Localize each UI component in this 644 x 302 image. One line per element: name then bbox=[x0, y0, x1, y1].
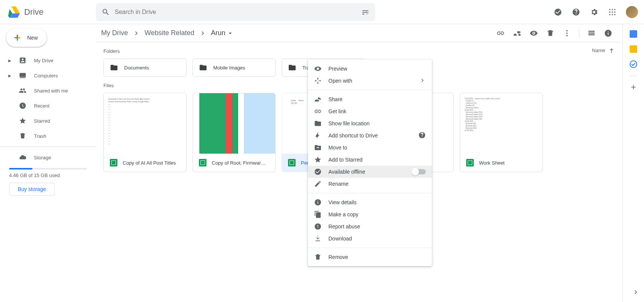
chevron-right-icon bbox=[419, 77, 426, 85]
ctx-available-offline[interactable]: Available offline bbox=[308, 166, 432, 178]
help-icon[interactable] bbox=[418, 131, 426, 140]
cloud-icon bbox=[19, 154, 26, 161]
support-icon[interactable] bbox=[569, 5, 584, 20]
file-card[interactable]: 22.06.2021 screens from mobile only Luna… bbox=[460, 93, 543, 172]
move-icon bbox=[314, 144, 322, 151]
ctx-preview[interactable]: Preview bbox=[308, 63, 432, 75]
sheets-icon bbox=[199, 159, 206, 166]
dropdown-icon bbox=[227, 30, 234, 37]
eye-icon bbox=[314, 65, 322, 72]
trash-icon bbox=[19, 132, 26, 140]
view-list-icon[interactable] bbox=[584, 26, 599, 41]
nav-label: Trash bbox=[34, 133, 46, 139]
breadcrumb-current[interactable]: Arun bbox=[209, 28, 236, 39]
new-button[interactable]: New bbox=[6, 29, 47, 47]
side-panel-separator bbox=[630, 76, 637, 76]
file-name: Copy of AI All Post Titles bbox=[123, 160, 176, 166]
buy-storage-button[interactable]: Buy storage bbox=[9, 183, 55, 196]
chevron-right-icon bbox=[199, 29, 206, 37]
ctx-move-to[interactable]: Move to bbox=[308, 142, 432, 154]
ctx-remove[interactable]: Remove bbox=[308, 251, 432, 263]
ctx-rename[interactable]: Rename bbox=[308, 178, 432, 190]
nav-computers[interactable]: ▶Computers bbox=[0, 68, 96, 83]
context-menu: Preview Open with Share Get link Show fi… bbox=[308, 60, 432, 266]
sort-control[interactable]: Name bbox=[592, 47, 622, 54]
offline-icon bbox=[314, 168, 322, 176]
view-details-icon[interactable] bbox=[601, 26, 616, 41]
nav-label: Recent bbox=[34, 103, 49, 109]
offline-toggle[interactable] bbox=[412, 169, 426, 174]
search-input[interactable] bbox=[115, 9, 361, 15]
logo-area[interactable]: Drive bbox=[6, 5, 96, 20]
nav-label: Starred bbox=[34, 118, 50, 124]
file-card[interactable]: Copy of Root, Firmwar… bbox=[193, 93, 276, 172]
ctx-download[interactable]: Download bbox=[308, 233, 432, 245]
new-button-label: New bbox=[27, 35, 38, 41]
ctx-view-details[interactable]: View details bbox=[308, 196, 432, 208]
delete-icon[interactable] bbox=[543, 26, 558, 41]
ctx-share[interactable]: Share bbox=[308, 93, 432, 105]
download-icon bbox=[314, 235, 322, 242]
app-header: Drive bbox=[0, 0, 644, 24]
breadcrumb: My Drive Website Related Arun bbox=[99, 28, 236, 39]
folder-icon bbox=[110, 63, 118, 72]
nav-label: Shared with me bbox=[34, 88, 68, 94]
ctx-add-starred[interactable]: Add to Starred bbox=[308, 154, 432, 166]
storage-bar bbox=[9, 168, 87, 169]
sheets-icon bbox=[466, 159, 474, 166]
ctx-make-copy[interactable]: Make a copy bbox=[308, 208, 432, 220]
ctx-open-with[interactable]: Open with bbox=[308, 75, 432, 87]
ctx-get-link[interactable]: Get link bbox=[308, 105, 432, 117]
drive-logo-icon bbox=[6, 5, 21, 20]
ctx-add-shortcut[interactable]: Add shortcut to Drive bbox=[308, 129, 432, 142]
search-options-icon[interactable] bbox=[361, 8, 370, 17]
nav-shared[interactable]: Shared with me bbox=[0, 83, 96, 98]
add-app-icon[interactable] bbox=[630, 83, 637, 92]
nav-storage[interactable]: Storage bbox=[0, 150, 96, 165]
folder-card[interactable]: Documents bbox=[103, 59, 186, 77]
person-add-icon bbox=[314, 96, 322, 103]
nav-label: Storage bbox=[34, 155, 51, 160]
get-link-icon[interactable] bbox=[493, 26, 508, 41]
keep-app-icon[interactable] bbox=[630, 45, 637, 53]
sheets-icon bbox=[288, 159, 296, 166]
folder-icon bbox=[314, 120, 322, 127]
settings-icon[interactable] bbox=[587, 5, 602, 20]
nav-trash[interactable]: Trash bbox=[0, 128, 96, 143]
account-avatar[interactable] bbox=[626, 6, 638, 18]
calendar-app-icon[interactable] bbox=[630, 30, 637, 38]
nav-my-drive[interactable]: ▶My Drive bbox=[0, 53, 96, 68]
nav-recent[interactable]: Recent bbox=[0, 98, 96, 113]
svg-point-11 bbox=[566, 35, 568, 36]
breadcrumb-root[interactable]: My Drive bbox=[99, 28, 130, 39]
sheets-icon bbox=[110, 159, 117, 166]
svg-point-10 bbox=[566, 32, 568, 34]
search-bar[interactable] bbox=[96, 3, 375, 21]
nav-starred[interactable]: Starred bbox=[0, 113, 96, 128]
file-name: Copy of Root, Firmwar… bbox=[212, 160, 266, 166]
header-icons bbox=[550, 5, 638, 20]
share-icon[interactable] bbox=[510, 26, 525, 41]
more-actions-icon[interactable] bbox=[559, 26, 575, 41]
ctx-show-location[interactable]: Show file location bbox=[308, 117, 432, 129]
file-name: Work Sheet bbox=[479, 160, 505, 166]
svg-point-5 bbox=[614, 11, 615, 12]
file-thumbnail bbox=[193, 93, 275, 154]
breadcrumb-mid[interactable]: Website Related bbox=[142, 28, 197, 39]
apps-icon[interactable] bbox=[605, 5, 620, 20]
preview-icon[interactable] bbox=[526, 26, 541, 41]
search-icon[interactable] bbox=[101, 8, 110, 17]
ctx-report-abuse[interactable]: Report abuse bbox=[308, 220, 432, 233]
location-toolbar: My Drive Website Related Arun bbox=[96, 24, 622, 42]
folder-name: Mobile Images bbox=[213, 65, 245, 71]
drive-folder-icon bbox=[19, 57, 26, 64]
file-card[interactable]: Download Z Sed user front end flash ligh… bbox=[103, 93, 186, 172]
svg-point-3 bbox=[609, 11, 610, 12]
tasks-app-icon[interactable] bbox=[630, 60, 637, 68]
folder-card[interactable]: Mobile Images bbox=[193, 59, 276, 77]
trash-icon bbox=[314, 253, 322, 261]
edit-icon bbox=[314, 180, 322, 188]
offline-ready-icon[interactable] bbox=[550, 5, 565, 20]
folder-icon bbox=[199, 63, 207, 72]
hide-side-panel-icon[interactable] bbox=[632, 288, 639, 297]
